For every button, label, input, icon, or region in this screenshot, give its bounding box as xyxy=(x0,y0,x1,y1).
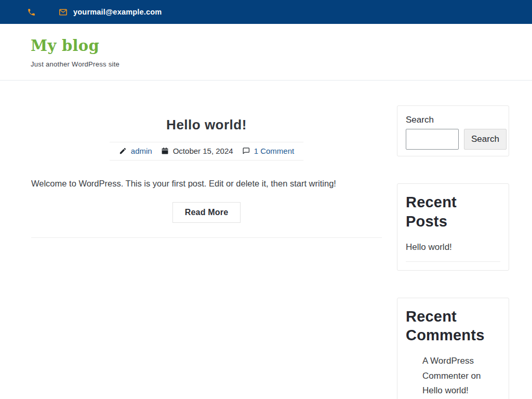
site-header: My blog Just another WordPress site xyxy=(0,24,532,81)
comment-bubble-icon xyxy=(242,147,250,155)
recent-posts-title: Recent Posts xyxy=(406,193,500,231)
post-divider xyxy=(31,237,382,238)
meta-author: admin xyxy=(119,147,152,155)
site-title[interactable]: My blog xyxy=(31,37,532,55)
email-link[interactable]: yourmail@example.com xyxy=(73,8,162,16)
site-tagline: Just another WordPress site xyxy=(31,60,532,68)
search-row: Search xyxy=(406,129,500,150)
pencil-icon xyxy=(119,147,127,155)
post-excerpt: Welcome to WordPress. This is your first… xyxy=(31,178,382,190)
search-widget: Search Search xyxy=(397,105,509,156)
content-container: Hello world! admin October 15, 2024 xyxy=(31,81,509,399)
post-title[interactable]: Hello world! xyxy=(31,117,382,133)
recent-post-link[interactable]: Hello world! xyxy=(406,240,500,262)
recent-comments-title: Recent Comments xyxy=(406,307,500,345)
recent-comment-item: A WordPress Commenter on Hello world! xyxy=(422,354,500,398)
email-contact: yourmail@example.com xyxy=(59,8,162,17)
read-more-button[interactable]: Read More xyxy=(172,202,241,223)
comment-author-link[interactable]: A WordPress Commenter xyxy=(422,356,474,381)
calendar-icon xyxy=(161,147,169,155)
topbar: yourmail@example.com xyxy=(0,0,532,24)
post-date: October 15, 2024 xyxy=(173,147,233,155)
post-meta-wrap: admin October 15, 2024 1 Comment xyxy=(31,142,382,161)
comment-connector: on xyxy=(469,371,481,381)
recent-comments-widget: Recent Comments A WordPress Commenter on… xyxy=(397,298,509,399)
comment-post-link[interactable]: Hello world! xyxy=(422,385,469,395)
meta-date: October 15, 2024 xyxy=(161,147,233,155)
read-more-wrap: Read More xyxy=(31,202,382,223)
post-article: Hello world! admin October 15, 2024 xyxy=(31,117,382,238)
recent-comments-list: A WordPress Commenter on Hello world! xyxy=(406,354,500,398)
email-icon xyxy=(59,8,68,17)
main-column: Hello world! admin October 15, 2024 xyxy=(31,105,382,399)
comments-link[interactable]: 1 Comment xyxy=(254,147,295,155)
phone-icon[interactable] xyxy=(27,8,36,17)
meta-comments: 1 Comment xyxy=(242,147,295,155)
search-input[interactable] xyxy=(406,129,459,150)
author-link[interactable]: admin xyxy=(131,147,152,155)
search-button[interactable]: Search xyxy=(464,129,507,150)
post-meta: admin October 15, 2024 1 Comment xyxy=(110,142,303,161)
recent-posts-widget: Recent Posts Hello world! xyxy=(397,183,509,271)
search-label: Search xyxy=(406,115,500,125)
sidebar: Search Search Recent Posts Hello world! … xyxy=(397,105,509,399)
